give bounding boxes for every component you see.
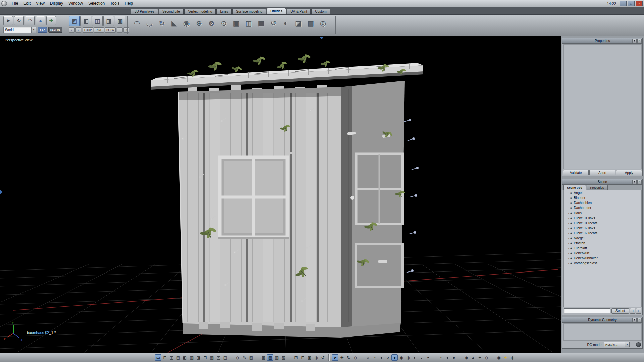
tab-3d-primitives[interactable]: 3D Primitives: [131, 9, 158, 14]
render-light-icon[interactable]: ✦: [502, 354, 509, 361]
layout-two-rows-icon[interactable]: ▥: [189, 354, 195, 361]
material-icon[interactable]: ▪: [568, 197, 569, 199]
smooth-tool-icon[interactable]: ◎: [318, 17, 329, 29]
object-select-mode-icon[interactable]: ▣: [115, 16, 125, 26]
weld-tool-icon[interactable]: ⊗: [206, 17, 217, 29]
select-cursor-icon[interactable]: ➤: [332, 354, 338, 361]
scene-tree-item[interactable]: ▪ ◉ Lucke 01 rechts: [564, 221, 641, 226]
world-space-selector[interactable]: World ▼: [3, 27, 36, 33]
orbit-view-icon[interactable]: ↻: [345, 354, 352, 361]
scene-tree-item[interactable]: ▪ ◉ Vorhangschloss: [564, 261, 641, 266]
material-icon[interactable]: ▪: [568, 217, 569, 219]
spin-tool-icon[interactable]: ↺: [268, 17, 279, 29]
center-selection-icon[interactable]: ⊡: [293, 354, 299, 361]
menu-edit[interactable]: Edit: [21, 0, 33, 7]
trim-tool-icon[interactable]: ◪: [293, 17, 304, 29]
menu-selection[interactable]: Selection: [86, 0, 107, 7]
viewport-canvas[interactable]: y x z Perspective view baumhaus 02_1 *: [0, 36, 561, 353]
stretch-tool-icon[interactable]: ◠: [131, 17, 143, 29]
layout-two-columns-icon[interactable]: ◫: [168, 354, 175, 361]
snap-together-tool-icon[interactable]: ⊕: [194, 17, 205, 29]
minimize-button[interactable]: –: [620, 1, 627, 6]
hiddenline-mode-icon[interactable]: ◔: [371, 354, 378, 361]
validate-button[interactable]: Validate: [563, 170, 589, 175]
fit-selection-icon[interactable]: ▣: [306, 354, 313, 361]
material-icon[interactable]: ▪: [568, 227, 569, 229]
model-render[interactable]: y x z: [0, 36, 561, 353]
menu-view[interactable]: View: [33, 0, 47, 7]
material-icon[interactable]: ▪: [568, 192, 569, 194]
tab-surface-modeling[interactable]: Surface modeling: [232, 9, 266, 14]
visibility-eye-icon[interactable]: ◉: [570, 237, 572, 240]
tab-utilities[interactable]: Utilities: [267, 8, 286, 14]
panel-close-button[interactable]: ×: [637, 39, 642, 43]
tab-uv-paint[interactable]: UV & Paint: [287, 9, 311, 14]
scene-tree-item[interactable]: ▪ ◉ Haus: [564, 210, 641, 216]
scene-prev-button[interactable]: ◂: [630, 308, 635, 314]
snap-magnet-icon[interactable]: ◆: [463, 354, 470, 361]
bulge-tool-icon[interactable]: ◉: [181, 17, 192, 29]
between-button[interactable]: BETW: [105, 27, 116, 33]
tab-scene-properties[interactable]: Properties: [587, 185, 608, 190]
layout-top-split-icon[interactable]: ⊟: [202, 354, 208, 361]
panel-collapse-button[interactable]: ▼: [632, 39, 637, 43]
scene-tree-item[interactable]: ▪ ◉ Tuerblatt: [564, 246, 641, 251]
pan-view-icon[interactable]: ✚: [339, 354, 345, 361]
edge-loop-direction-icon[interactable]: ∕: [69, 27, 75, 33]
smoothlines-mode-icon[interactable]: ◉: [398, 354, 405, 361]
ghost-mode-icon[interactable]: ◇: [483, 354, 490, 361]
rotate-view-tool-icon[interactable]: ↻: [14, 16, 24, 25]
camera-space-button[interactable]: CAMERA: [48, 27, 62, 33]
taper-tool-icon[interactable]: ◣: [169, 17, 180, 29]
material-icon[interactable]: ▪: [568, 257, 569, 259]
xyz-axes-button[interactable]: XYZ: [38, 27, 47, 33]
paint-brush-icon[interactable]: ✎: [241, 354, 248, 361]
scene-next-button[interactable]: ▸: [636, 308, 641, 314]
menu-tools[interactable]: Tools: [107, 0, 122, 7]
panel-close-button[interactable]: ×: [637, 180, 642, 184]
abort-button[interactable]: Abort: [589, 170, 615, 175]
vertex-select-mode-icon[interactable]: ◧: [80, 16, 91, 26]
loop-button[interactable]: LOOP: [83, 27, 93, 33]
smooth-mode-icon[interactable]: ●: [391, 354, 398, 361]
average-weld-tool-icon[interactable]: ⊙: [218, 17, 229, 29]
wireframe-mode-icon[interactable]: ○: [365, 354, 371, 361]
symmetry-tool-icon[interactable]: ◫: [243, 17, 254, 29]
scene-tree-item[interactable]: ▪ ◉ Angel: [564, 190, 641, 195]
visibility-eye-icon[interactable]: ◉: [570, 227, 572, 230]
visibility-eye-icon[interactable]: ◉: [570, 192, 572, 194]
visibility-eye-icon[interactable]: ◉: [570, 242, 572, 245]
layout-left-split-icon[interactable]: ◧: [182, 354, 188, 361]
splitter-handle-top[interactable]: [319, 37, 324, 39]
edge-select-mode-icon[interactable]: ◫: [92, 16, 103, 26]
smoothing-medium-icon[interactable]: ◑: [444, 354, 450, 361]
zoom-tool-icon[interactable]: ◎: [313, 354, 319, 361]
scene-tree-item[interactable]: ▪ ◉ Pfosten: [564, 241, 641, 246]
boolean-tool-icon[interactable]: ◐: [280, 17, 291, 29]
material-icon[interactable]: ▪: [568, 247, 569, 249]
visibility-eye-icon[interactable]: ◉: [570, 247, 572, 250]
visibility-eye-icon[interactable]: ◉: [570, 207, 572, 209]
select-boundary-icon[interactable]: ○: [123, 27, 129, 33]
smoothing-high-icon[interactable]: ●: [451, 354, 457, 361]
render-settings-icon[interactable]: ◎: [509, 354, 516, 361]
material-icon[interactable]: ▪: [568, 232, 569, 234]
panel-collapse-button[interactable]: ▼: [632, 318, 637, 322]
paint-select-tool-icon[interactable]: ◠: [25, 16, 35, 25]
app-logo-icon[interactable]: [1, 1, 7, 6]
dg-mode-dropdown[interactable]: Restric... ▼: [604, 342, 630, 347]
visibility-eye-icon[interactable]: ◉: [570, 202, 572, 204]
material-icon[interactable]: ▪: [568, 212, 569, 214]
menu-file[interactable]: File: [9, 0, 21, 7]
previous-view-icon[interactable]: ↺: [320, 354, 326, 361]
visibility-eye-icon[interactable]: ◉: [570, 232, 572, 235]
layout-single-view-icon[interactable]: ▭: [155, 354, 161, 361]
scene-tree-item[interactable]: ▪ ◉ Lucke 01 links: [564, 216, 641, 221]
panel-close-button[interactable]: ×: [637, 318, 642, 322]
face-select-mode-icon[interactable]: ◨: [103, 16, 114, 26]
camera-icon[interactable]: ◉: [496, 354, 502, 361]
layout-corner-right-icon[interactable]: ◳: [222, 354, 228, 361]
smoothing-low-icon[interactable]: ◔: [437, 354, 444, 361]
tab-lines[interactable]: Lines: [216, 9, 232, 14]
material-icon[interactable]: ▪: [568, 252, 569, 254]
